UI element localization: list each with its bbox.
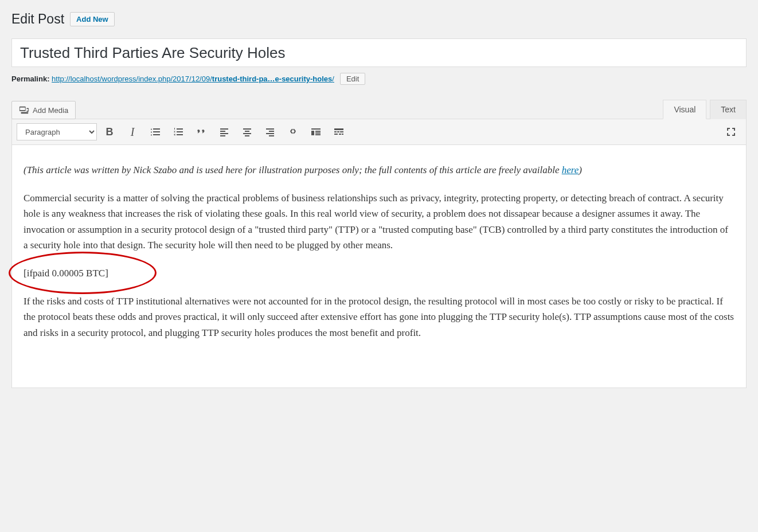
format-select[interactable]: Paragraph (17, 123, 97, 140)
numbered-list-button[interactable] (168, 123, 189, 141)
bold-button[interactable]: B (99, 123, 120, 141)
post-title-input[interactable] (11, 38, 747, 67)
body-paragraph-2[interactable]: If the risks and costs of TTP institutio… (24, 294, 734, 341)
intro-link[interactable]: here (562, 165, 579, 175)
add-new-button[interactable]: Add New (70, 12, 115, 26)
page-title: Edit Post (11, 11, 64, 27)
page-header: Edit Post Add New (11, 11, 747, 27)
permalink-link[interactable]: http://localhost/wordpress/index.php/201… (52, 75, 334, 83)
editor-toolbar: Paragraph B I (12, 119, 746, 145)
shortcode-line[interactable]: [ifpaid 0.00005 BTC] (24, 265, 734, 281)
bullet-list-button[interactable] (145, 123, 166, 141)
permalink-label: Permalink: (11, 75, 49, 83)
italic-button[interactable]: I (122, 123, 143, 141)
tab-text[interactable]: Text (710, 100, 747, 119)
permalink-edit-button[interactable]: Edit (340, 73, 365, 85)
editor-content[interactable]: (This article was written by Nick Szabo … (12, 145, 746, 388)
toolbar-toggle-button[interactable] (329, 123, 349, 141)
align-center-button[interactable] (237, 123, 257, 141)
intro-paragraph[interactable]: (This article was written by Nick Szabo … (24, 162, 734, 178)
blockquote-button[interactable] (191, 123, 212, 141)
add-media-button[interactable]: Add Media (11, 101, 76, 119)
editor-tabs: Visual Text (663, 100, 747, 119)
media-icon (19, 105, 29, 115)
align-right-button[interactable] (260, 123, 280, 141)
editor-container: Paragraph B I (11, 119, 747, 388)
align-left-button[interactable] (214, 123, 235, 141)
read-more-button[interactable] (306, 123, 326, 141)
permalink-row: Permalink: http://localhost/wordpress/in… (11, 67, 747, 95)
link-button[interactable] (283, 123, 303, 141)
fullscreen-button[interactable] (721, 123, 741, 141)
tab-visual[interactable]: Visual (663, 100, 706, 119)
body-paragraph-1[interactable]: Commercial security is a matter of solvi… (24, 190, 734, 253)
